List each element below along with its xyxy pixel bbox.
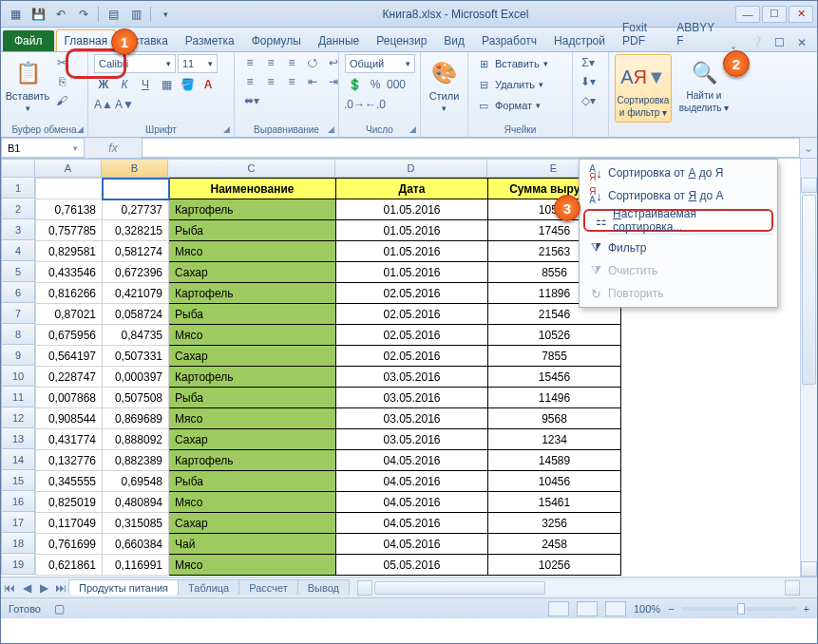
normal-view-icon[interactable]	[548, 601, 569, 616]
help-icon[interactable]: ❔	[747, 34, 766, 51]
col-header-c[interactable]: C	[168, 159, 335, 178]
scroll-right-icon[interactable]	[785, 580, 800, 596]
vertical-scrollbar[interactable]	[800, 159, 817, 577]
row-header[interactable]: 2	[1, 199, 35, 219]
tab-foxit[interactable]: Foxit PDF	[615, 17, 667, 51]
row-header[interactable]: 12	[1, 407, 35, 428]
cell[interactable]: 02.05.2016	[336, 325, 488, 346]
cell[interactable]: Мясо	[169, 555, 336, 576]
row-header[interactable]: 18	[1, 533, 35, 554]
active-cell[interactable]	[103, 179, 169, 199]
cell[interactable]	[36, 179, 103, 199]
tab-layout[interactable]: Разметка	[178, 30, 242, 51]
scroll-thumb-h[interactable]	[374, 581, 545, 595]
cell[interactable]: 0,007868	[36, 388, 103, 408]
bold-icon[interactable]: Ж	[94, 76, 113, 93]
cell[interactable]: 0,621861	[36, 555, 103, 576]
align-top-icon[interactable]: ≡	[240, 54, 259, 71]
col-header-a[interactable]: A	[35, 159, 102, 178]
cell[interactable]: 0,507331	[103, 346, 169, 367]
zoom-in-icon[interactable]: +	[804, 603, 809, 615]
name-box[interactable]: B1▾	[1, 138, 85, 158]
cell[interactable]: 0,315085	[103, 513, 169, 534]
row-header[interactable]: 13	[1, 428, 35, 449]
cell[interactable]: Рыба	[169, 388, 336, 408]
align-bottom-icon[interactable]: ≡	[282, 54, 301, 71]
tab-home[interactable]: Главная	[56, 29, 117, 51]
cell[interactable]: 0,829581	[36, 241, 103, 262]
cell[interactable]: Мясо	[169, 241, 336, 262]
row-header[interactable]: 9	[1, 345, 35, 366]
row-header[interactable]: 17	[1, 512, 35, 533]
cell[interactable]: 0,480894	[103, 492, 169, 513]
cell[interactable]: 04.05.2016	[336, 513, 488, 534]
cell[interactable]: 03.05.2016	[336, 388, 488, 408]
cell[interactable]: 0,564197	[36, 346, 103, 367]
format-cells-button[interactable]: ▭Формат▾	[474, 96, 542, 115]
cell[interactable]: 1234	[488, 429, 621, 450]
cell[interactable]: 03.05.2016	[336, 367, 488, 388]
formula-input[interactable]	[142, 138, 800, 158]
tab-abbyy[interactable]: ABBYY F	[669, 17, 722, 51]
cell[interactable]: 0,345555	[36, 471, 103, 492]
cell[interactable]: 10526	[488, 325, 621, 346]
tab-data[interactable]: Данные	[311, 30, 367, 51]
cell[interactable]: 0,882389	[103, 450, 169, 471]
cell[interactable]: 01.05.2016	[336, 220, 488, 241]
row-header[interactable]: 16	[1, 491, 35, 512]
page-layout-view-icon[interactable]	[577, 601, 598, 616]
cell[interactable]: 0,660384	[103, 534, 169, 555]
orientation-icon[interactable]: ⭯	[303, 54, 322, 71]
align-middle-icon[interactable]: ≡	[261, 54, 280, 71]
cell[interactable]: Сахар	[169, 346, 336, 367]
col-header-d[interactable]: D	[335, 159, 487, 178]
cell[interactable]: 01.05.2016	[336, 199, 488, 220]
sheet-nav-first-icon[interactable]: ⏮	[1, 579, 18, 597]
filter-item[interactable]: ⧩ Фильтр	[580, 237, 777, 259]
cell[interactable]: 15461	[488, 492, 621, 513]
zoom-slider[interactable]	[682, 607, 796, 611]
cell[interactable]: 2458	[488, 534, 621, 555]
align-right-icon[interactable]: ≡	[282, 73, 301, 90]
row-header[interactable]: 11	[1, 387, 35, 407]
align-left-icon[interactable]: ≡	[240, 73, 259, 90]
mdi-close-icon[interactable]: ✕	[792, 34, 811, 51]
insert-cells-button[interactable]: ⊞Вставить▾	[474, 54, 550, 73]
row-header[interactable]: 8	[1, 324, 35, 345]
sort-desc-item[interactable]: ЯА↓ Сортировка от Я до А	[580, 184, 777, 207]
qat-extra2-icon[interactable]: ▥	[125, 5, 146, 24]
format-painter-icon[interactable]: 🖌	[52, 92, 71, 109]
zoom-level[interactable]: 100%	[634, 603, 660, 615]
cell[interactable]: Рыба	[169, 304, 336, 325]
data-grid[interactable]: НаименованиеДатаСумма выручки0,761380,27…	[35, 178, 621, 576]
cut-icon[interactable]: ✂	[52, 54, 71, 71]
cell[interactable]: 11496	[488, 388, 621, 408]
row-header[interactable]: 5	[1, 261, 35, 282]
comma-icon[interactable]: 000	[387, 76, 406, 93]
cell[interactable]: 0,27737	[103, 199, 169, 220]
cell[interactable]: 0,888092	[103, 429, 169, 450]
cell[interactable]: 0,76138	[36, 199, 103, 220]
paste-button[interactable]: 📋 Вставить ▾	[7, 54, 48, 113]
qat-customize-icon[interactable]: ▾	[155, 5, 176, 24]
cell[interactable]: 04.05.2016	[336, 471, 488, 492]
row-header[interactable]: 19	[1, 554, 35, 575]
cell[interactable]: 0,058724	[103, 304, 169, 325]
dec-decimal-icon[interactable]: ←.0	[366, 96, 385, 113]
cell[interactable]: 03.05.2016	[336, 429, 488, 450]
page-break-view-icon[interactable]	[605, 601, 626, 616]
tab-developer[interactable]: Разработч	[474, 30, 544, 51]
cell[interactable]: Рыба	[169, 471, 336, 492]
cell[interactable]: 0,825019	[36, 492, 103, 513]
row-header[interactable]: 3	[1, 219, 35, 240]
autosum-icon[interactable]: Σ▾	[579, 54, 598, 71]
header-cell[interactable]: Наименование	[169, 179, 336, 199]
cell[interactable]: 03.05.2016	[336, 408, 488, 429]
row-header[interactable]: 7	[1, 303, 35, 324]
merge-icon[interactable]: ⬌▾	[240, 92, 263, 109]
redo-icon[interactable]: ↷	[73, 5, 94, 24]
scroll-thumb-v[interactable]	[802, 195, 816, 385]
tab-view[interactable]: Вид	[436, 30, 472, 51]
number-format-combo[interactable]: Общий▾	[345, 54, 415, 73]
fill-color-icon[interactable]: 🪣	[178, 76, 197, 93]
